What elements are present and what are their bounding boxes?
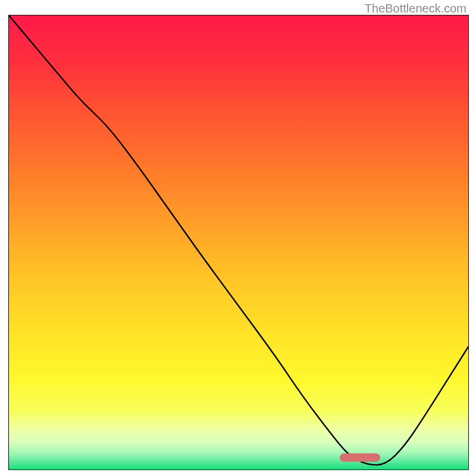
bottleneck-curve bbox=[9, 15, 468, 465]
curve-layer bbox=[9, 15, 468, 469]
watermark-text: TheBottleneck.com bbox=[365, 2, 466, 15]
optimum-marker bbox=[340, 453, 380, 462]
chart-frame bbox=[8, 15, 469, 470]
